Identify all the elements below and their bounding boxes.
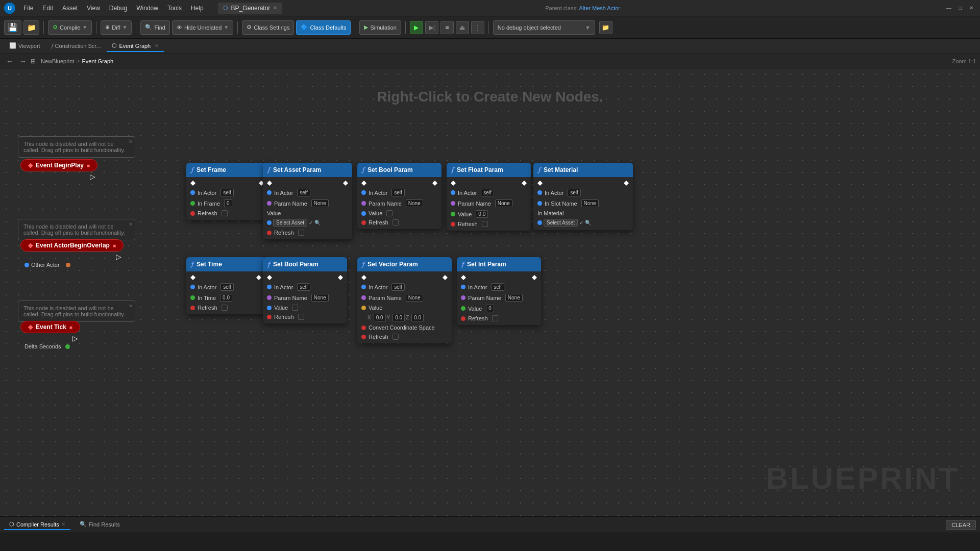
debug-selector[interactable]: No debug object selected ▼ [493,20,595,35]
hide-dropdown[interactable]: ▼ [224,24,229,30]
event-overlap-pill[interactable]: ◆ Event ActorBeginOverlap ■ [20,239,124,252]
set-frame-exec-in[interactable] [190,181,195,186]
compiler-tab-close[interactable]: ✕ [61,521,65,527]
bc-grid-btn[interactable]: ⊞ [31,58,36,65]
event-tick-close[interactable]: ■ [69,324,72,330]
set-float-actor-pin: In Actor self [447,187,531,198]
minimize-btn[interactable]: — [944,4,953,13]
compile-btn[interactable]: ⚙ Compile ▼ [48,20,92,35]
set-asset-select-row: Select Asset ✓ 🔍 [267,219,321,227]
set-asset-check-icon[interactable]: ✓ [309,220,313,226]
menu-view[interactable]: View [83,4,104,13]
set-asset-actor-pin: In Actor self [263,187,352,198]
set-material-exec [533,179,633,187]
bc-back-btn[interactable]: ← [4,56,15,66]
set-time-title: Set Time [197,261,222,268]
find-results-tab[interactable]: 🔍 Find Results [75,519,125,530]
close-btn[interactable]: ✕ [967,4,976,13]
set-bool1-actor-pin: In Actor self [357,187,442,198]
browse-btn[interactable]: 📁 [23,20,39,35]
compile-dropdown[interactable]: ▼ [82,24,87,30]
set-vector-y-val[interactable]: 0.0 [393,314,405,321]
set-int-param-pin: Param Name None [457,292,541,303]
menu-help[interactable]: Help [187,4,208,13]
set-bool-param2-node[interactable]: 𝑓 Set Bool Param In Actor self Param Nam… [263,257,347,323]
event-graph-tab[interactable]: ⬡ Event Graph ✕ [107,40,164,52]
set-frame-node[interactable]: 𝑓 Set Frame In Actor self In Frame 0 [186,163,268,220]
set-vector-z-val[interactable]: 0.0 [411,314,424,321]
stop-btn[interactable]: ■ [440,21,454,34]
set-vector-param-pin: Param Name None [357,292,452,303]
simulation-btn[interactable]: ▶ Simulation [359,20,401,35]
maximize-btn[interactable]: □ [955,4,965,13]
blueprint-tab[interactable]: ⬡ BP_Generator ✕ [218,3,283,14]
event-tick: ◆ Event Tick ■ ▷ Delta Seconds [20,321,80,349]
set-bool-param1-node[interactable]: 𝑓 Set Bool Param In Actor self Param Nam… [357,163,442,229]
menu-window[interactable]: Window [132,4,162,13]
set-bool1-exec-out[interactable] [432,181,437,186]
disabled-node-1-close[interactable]: ✕ [129,139,133,144]
set-float-param-node[interactable]: 𝑓 Set Float Param In Actor self Param Na… [447,163,531,231]
set-asset-exec-in[interactable] [267,181,272,186]
diff-btn[interactable]: ⊕ Diff ▼ [101,20,132,35]
delta-seconds-label: Delta Seconds [24,343,61,349]
more-btn[interactable]: ⋮ [471,21,484,34]
set-time-node[interactable]: 𝑓 Set Time In Actor self In Time 0.0 [186,257,265,314]
set-material-select-btn[interactable]: Select Asset [544,219,578,227]
set-vector-x-val[interactable]: 0.0 [374,314,386,321]
set-asset-exec-out[interactable] [343,181,348,186]
disabled-node-2-close[interactable]: ✕ [129,221,133,227]
ue-logo: U [4,3,15,14]
event-begin-play-close[interactable]: ■ [87,163,90,168]
hide-unrelated-btn[interactable]: 👁 Hide Unrelated ▼ [172,20,233,35]
event-overlap-close[interactable]: ■ [113,243,116,248]
disabled-node-1: ✕ This node is disabled and will not be … [18,136,135,158]
disabled-node-3-close[interactable]: ✕ [129,303,133,309]
diff-dropdown[interactable]: ▼ [122,24,128,30]
event-graph-close[interactable]: ✕ [155,43,159,48]
save-btn[interactable]: 💾 [4,20,21,35]
play-btn[interactable]: ▶ [410,21,423,34]
event-begin-play-pill[interactable]: ◆ Event BeginPlay ■ [20,159,97,171]
set-asset-param-val: None [311,199,329,207]
step-btn[interactable]: ▶| [425,21,438,34]
set-time-time-pin: In Time 0.0 [186,292,265,303]
other-actor-dot [24,263,29,267]
eject-btn[interactable]: ⏏ [456,21,469,34]
class-settings-btn[interactable]: ⚙ Class Settings [242,20,294,35]
compiler-results-tab[interactable]: ⬡ Compiler Results ✕ [4,519,70,530]
set-vector-actor-pin: In Actor self [357,282,452,292]
set-bool1-exec-in[interactable] [361,181,366,186]
set-asset-select-btn[interactable]: Select Asset [273,219,307,227]
debug-browse-btn[interactable]: 📁 [599,21,612,34]
parent-class-link[interactable]: Alter Mesh Actor [579,5,620,11]
event-begin-play: ◆ Event BeginPlay ■ ▷ [20,159,97,181]
menu-tools[interactable]: Tools [163,4,186,13]
set-material-check-icon[interactable]: ✓ [579,220,583,226]
construction-tab[interactable]: 𝑓 Construction Scr... [46,40,106,52]
menu-file[interactable]: File [19,4,37,13]
menu-debug[interactable]: Debug [105,4,131,13]
set-bool1-header: 𝑓 Set Bool Param [357,163,442,177]
class-defaults-btn[interactable]: 🔷 Class Defaults [296,20,351,35]
menu-asset[interactable]: Asset [58,4,82,13]
compiler-label: Compiler Results [16,521,59,528]
set-int-param-node[interactable]: 𝑓 Set Int Param In Actor self Param Name [457,257,541,325]
menu-edit[interactable]: Edit [38,4,57,13]
bc-forward-btn[interactable]: → [17,56,29,66]
event-tick-pill[interactable]: ◆ Event Tick ■ [20,321,80,333]
set-vector-param-node[interactable]: 𝑓 Set Vector Param In Actor self Param N… [357,257,452,343]
set-asset-search-icon[interactable]: 🔍 [314,220,321,226]
clear-btn[interactable]: CLEAR [946,520,976,530]
set-asset-param-node[interactable]: 𝑓 Set Asset Param In Actor self Param Na… [263,163,352,239]
set-material-node[interactable]: 𝑓 Set Material In Actor self In Slot Nam… [533,163,633,230]
blueprint-tab-close[interactable]: ✕ [273,5,277,11]
set-material-search-icon[interactable]: 🔍 [585,220,591,226]
find-btn[interactable]: 🔍 Find [140,20,169,35]
set-time-body: In Actor self In Time 0.0 Refresh [186,271,265,314]
event-overlap-label: Event ActorBeginOverlap [36,242,110,249]
viewport-tab[interactable]: ⬜ Viewport [4,40,45,52]
set-float-param-pin: Param Name None [447,198,531,209]
graph-area[interactable]: Right-Click to Create New Nodes. BLUEPRI… [0,68,980,516]
set-vector-coord-pin: Convert Coordinate Space [357,323,452,332]
